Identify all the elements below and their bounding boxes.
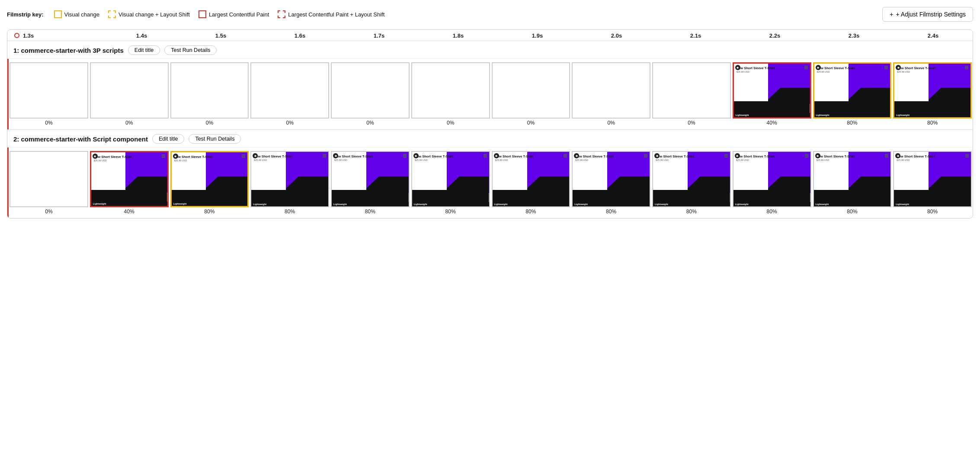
frame-pct-r1-f10: 40%	[767, 120, 777, 126]
lightweight-bar: Lightweight	[733, 202, 810, 206]
frame-thumb-shirt: New Short Sleeve T-Shirt $25.99 USD Ligh…	[492, 151, 570, 207]
filmstrip-rows: 1: commerce-starter-with 3P scripts Edit…	[7, 41, 973, 218]
frame-cell-r2-f8: New Short Sleeve T-Shirt $25.99 USD Ligh…	[571, 151, 651, 216]
frame-thumb-shirt: New Short Sleeve T-Shirt $25.99 USD Ligh…	[652, 151, 731, 207]
row-header-1: 1: commerce-starter-with 3P scripts Edit…	[7, 41, 973, 59]
shirt-price: $25.99 USD	[897, 71, 936, 74]
frame-cell-r1-f4: 0%	[250, 62, 330, 128]
shirt-content: New Short Sleeve T-Shirt $25.99 USD Ligh…	[734, 64, 810, 117]
frames-row-2: 0% New Short Sleeve T-Shirt $25.99 USD L…	[7, 148, 973, 218]
filmstrip-key-label: Filmstrip key:	[7, 11, 44, 18]
legend-visual-change: Visual change	[54, 10, 99, 18]
row-section-1: 1: commerce-starter-with 3P scripts Edit…	[7, 41, 973, 130]
shirt-content: New Short Sleeve T-Shirt $25.99 USD Ligh…	[332, 152, 409, 206]
lightweight-bar: Lightweight	[894, 113, 970, 117]
timeline-tick-2.2s: 2.2s	[735, 32, 814, 39]
legend-items: Filmstrip key: Visual change Visual chan…	[7, 10, 384, 18]
frame-pct-r1-f12: 80%	[927, 120, 938, 126]
legend-lcp-layout-shift-text: Largest Contentful Paint + Layout Shift	[288, 11, 384, 18]
shirt-content: New Short Sleeve T-Shirt $25.99 USD Ligh…	[894, 64, 970, 117]
lightweight-bar: Lightweight	[814, 113, 890, 117]
shirt-price: $25.99 USD	[817, 159, 856, 162]
edit-title-button-1[interactable]: Edit title	[128, 45, 160, 55]
adjust-filmstrip-button[interactable]: + + Adjust Filmstrip Settings	[882, 7, 973, 22]
frame-pct-r2-f8: 80%	[606, 209, 616, 215]
frame-pct-r1-f8: 0%	[607, 120, 615, 126]
shirt-price: $25.99 USD	[334, 159, 374, 162]
timeline-tick-2.4s: 2.4s	[894, 32, 973, 39]
row-header-2: 2: commerce-starter-with Script componen…	[7, 130, 973, 148]
frame-thumb-empty	[652, 62, 731, 119]
svg-point-9	[175, 155, 176, 157]
frame-pct-r1-f7: 0%	[527, 120, 535, 126]
lightweight-bar: Lightweight	[172, 202, 248, 206]
shirt-content: New Short Sleeve T-Shirt $25.99 USD Ligh…	[814, 64, 890, 117]
svg-point-21	[656, 155, 658, 157]
frame-cell-r2-f1: 0%	[9, 151, 89, 216]
frame-pct-r2-f1: 0%	[45, 209, 52, 215]
frame-thumb-shirt: New Short Sleeve T-Shirt $25.99 USD Ligh…	[90, 151, 169, 207]
frame-menu-icon	[161, 154, 166, 159]
svg-point-13	[335, 155, 336, 157]
shirt-content: New Short Sleeve T-Shirt $25.99 USD Ligh…	[573, 152, 650, 206]
frame-pct-r2-f11: 80%	[847, 209, 857, 215]
shirt-content: New Short Sleeve T-Shirt $25.99 USD Ligh…	[814, 152, 891, 206]
frame-thumb-shirt: New Short Sleeve T-Shirt $25.99 USD Ligh…	[813, 62, 892, 119]
frame-thumb-empty	[10, 151, 88, 207]
frame-thumb-shirt: New Short Sleeve T-Shirt $25.99 USD Ligh…	[733, 62, 811, 119]
lightweight-bar: Lightweight	[814, 202, 891, 206]
frame-menu-icon	[563, 153, 568, 158]
test-run-details-button-2[interactable]: Test Run Details	[189, 134, 241, 144]
frame-camera-icon	[253, 153, 258, 158]
shirt-content: New Short Sleeve T-Shirt $25.99 USD Ligh…	[894, 152, 971, 206]
lightweight-bar: Lightweight	[894, 202, 971, 206]
frame-thumb-empty	[572, 62, 650, 119]
lightweight-bar: Lightweight	[493, 202, 570, 206]
timeline-header: 1.3s1.4s1.5s1.6s1.7s1.8s1.9s2.0s2.1s2.2s…	[7, 30, 973, 41]
legend-visual-change-icon	[54, 10, 62, 18]
shirt-content: New Short Sleeve T-Shirt $25.99 USD Ligh…	[412, 152, 489, 206]
test-run-details-button-1[interactable]: Test Run Details	[164, 45, 217, 55]
frame-icon-row	[895, 153, 970, 158]
lightweight-bar: Lightweight	[251, 202, 328, 206]
svg-point-5	[898, 67, 900, 68]
frame-icon-row	[735, 153, 809, 158]
svg-point-27	[897, 155, 899, 157]
timeline-tick-1.7s: 1.7s	[339, 32, 419, 39]
frame-pct-r2-f4: 80%	[285, 209, 295, 215]
frame-camera-icon	[896, 65, 901, 70]
frame-thumb-empty	[250, 62, 329, 119]
frames-row-1: 0%0%0%0%0%0%0%0%0% New Short Sleeve T-Sh…	[7, 59, 973, 129]
frame-pct-r2-f5: 80%	[365, 209, 375, 215]
frame-pct-r2-f7: 80%	[525, 209, 536, 215]
frame-pct-r1-f1: 0%	[45, 120, 52, 126]
frame-thumb-empty	[170, 62, 249, 119]
legend-lcp-layout-shift-icon	[278, 10, 285, 18]
frame-camera-icon	[816, 65, 821, 70]
shirt-content: New Short Sleeve T-Shirt $25.99 USD Ligh…	[653, 152, 730, 206]
shirt-price: $25.99 USD	[94, 159, 133, 162]
edit-title-button-2[interactable]: Edit title	[152, 134, 184, 144]
frame-cell-r1-f2: 0%	[89, 62, 170, 128]
frame-cell-r1-f9: 0%	[651, 62, 732, 128]
lightweight-bar: Lightweight	[573, 202, 650, 206]
frame-pct-r1-f9: 0%	[688, 120, 695, 126]
frame-pct-r2-f6: 80%	[445, 209, 456, 215]
legend-lcp-layout-shift: Largest Contentful Paint + Layout Shift	[278, 10, 384, 18]
frame-camera-icon	[735, 153, 740, 158]
shirt-price: $25.99 USD	[656, 159, 695, 162]
frame-pct-r1-f2: 0%	[125, 120, 133, 126]
frame-thumb-empty	[10, 62, 88, 119]
frame-icon-row	[816, 65, 889, 70]
shirt-content: New Short Sleeve T-Shirt $25.99 USD Ligh…	[91, 152, 167, 206]
legend-visual-change-text: Visual change	[64, 11, 99, 18]
legend-visual-change-layout-shift: Visual change + Layout Shift	[108, 10, 190, 18]
frame-icon-row	[333, 153, 407, 158]
legend-visual-change-layout-shift-text: Visual change + Layout Shift	[118, 11, 190, 18]
shirt-price: $25.99 USD	[736, 159, 776, 162]
frame-cell-r2-f12: New Short Sleeve T-Shirt $25.99 USD Ligh…	[892, 151, 973, 216]
legend-lcp-text: Largest Contentful Paint	[209, 11, 269, 18]
frame-pct-r1-f3: 0%	[206, 120, 213, 126]
frame-icon-row	[654, 153, 729, 158]
frame-cell-r2-f4: New Short Sleeve T-Shirt $25.99 USD Ligh…	[250, 151, 330, 216]
